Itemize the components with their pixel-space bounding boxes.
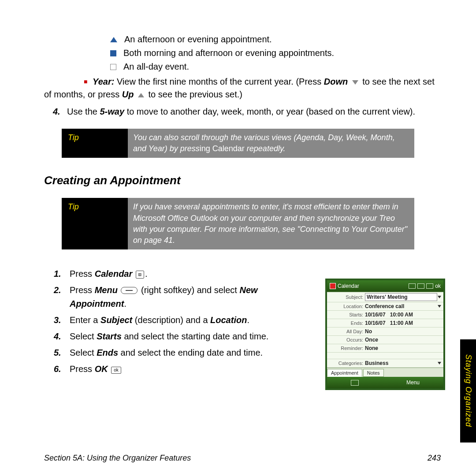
text: to move to another day, week, month, or …	[124, 107, 415, 116]
row-spacer	[327, 353, 443, 359]
value[interactable]: Writers' Meeting	[365, 293, 437, 301]
text: (right softkey) and select	[141, 285, 239, 295]
keyboard-icon[interactable]	[351, 380, 359, 386]
legend-row: Both morning and afternoon or evening ap…	[110, 48, 441, 58]
row-subject: Subject: Writers' Meeting	[327, 292, 443, 302]
step-number: 4.	[53, 105, 67, 118]
text: .	[124, 299, 126, 309]
step-5: 5. Select Ends and select the ending dat…	[44, 346, 291, 360]
square-filled-icon	[110, 50, 116, 56]
emph: Location	[210, 315, 247, 325]
indicator-legend: An afternoon or evening appointment. Bot…	[110, 34, 441, 72]
tip-body: If you have several appointments to ente…	[128, 198, 414, 249]
text: and select the ending date and time.	[118, 348, 263, 357]
section-heading: Creating an Appointment	[44, 174, 441, 187]
year-text: View the first nine months of the curren…	[114, 77, 324, 86]
label: Location:	[329, 304, 363, 309]
text: .	[145, 269, 148, 279]
time: 10:00 AM	[390, 312, 413, 318]
label: All Day:	[329, 329, 363, 334]
emph: Menu	[95, 285, 118, 295]
legend-row: An afternoon or evening appointment.	[110, 34, 441, 45]
app-title: Calendar	[338, 283, 359, 289]
text: Select	[70, 331, 97, 341]
step-4: 4. Use the 5-way to move to another day,…	[44, 105, 441, 118]
chapter-tab: Staying Organized	[460, 339, 476, 443]
row-location: Location: Conference call	[327, 302, 443, 311]
step-number: 6.	[54, 362, 70, 376]
label: Starts:	[329, 312, 363, 317]
tip-body: You can also scroll through the various …	[128, 129, 414, 158]
step-body: Enter a Subject (description) and a Loca…	[70, 313, 249, 327]
value[interactable]: Business	[365, 360, 437, 366]
signal-icon	[417, 283, 424, 289]
step-body: Select Ends and select the ending date a…	[70, 346, 263, 360]
step-number: 4.	[54, 330, 70, 343]
ok-button-icon: ok	[111, 367, 121, 374]
legend-label: Both morning and afternoon or evening ap…	[123, 48, 334, 58]
value[interactable]: None	[365, 345, 442, 351]
triangle-down-icon	[352, 80, 358, 85]
steps-column: 1. Press Calendar ⊞. 2. Press Menu (righ…	[44, 260, 291, 379]
text: Press	[70, 269, 95, 279]
legend-label: An afternoon or evening appointment.	[124, 34, 272, 45]
date: 10/16/07	[365, 320, 386, 326]
text: Enter a	[70, 315, 100, 325]
value[interactable]: Conference call	[365, 303, 437, 309]
square-outline-icon	[110, 64, 116, 70]
text: repeatedly.	[245, 144, 286, 153]
footer-left: Section 5A: Using the Organizer Features	[44, 454, 191, 463]
year-label: Year:	[93, 77, 114, 86]
tip-label: Tip	[62, 129, 128, 158]
step-3: 3. Enter a Subject (description) and a L…	[44, 313, 291, 327]
text: (description) and a	[132, 315, 210, 325]
emph: 5-way	[100, 107, 124, 116]
legend-row: An all-day event.	[110, 62, 441, 72]
dropdown-icon[interactable]	[437, 304, 442, 309]
tab-notes[interactable]: Notes	[363, 369, 384, 377]
triangle-up-icon	[110, 37, 117, 42]
step-body: Use the 5-way to move to another day, we…	[67, 105, 415, 118]
row-starts: Starts: 10/16/07 10:00 AM	[327, 311, 443, 319]
text: ing Calendar	[200, 144, 245, 153]
tab-appointment[interactable]: Appointment	[327, 369, 362, 377]
label: Reminder:	[329, 346, 363, 351]
text: Use the	[67, 107, 100, 116]
value[interactable]: No	[365, 328, 442, 335]
step-2: 2. Press Menu (right softkey) and select…	[44, 283, 291, 311]
text: Select	[70, 348, 97, 357]
step-number: 1.	[54, 267, 70, 281]
menu-softkey[interactable]: Menu	[406, 379, 420, 386]
dropdown-icon[interactable]	[437, 361, 442, 365]
text: Press	[70, 285, 95, 295]
text: and select the starting date and time.	[122, 331, 269, 341]
step-number: 2.	[54, 283, 70, 311]
step-body: Press OK ok	[70, 362, 122, 376]
step-body: Press Menu (right softkey) and select Ne…	[70, 283, 291, 311]
bullet-icon: ■	[84, 78, 87, 85]
step-number: 5.	[54, 346, 70, 360]
emph: Ends	[97, 348, 118, 357]
value[interactable]: Once	[365, 337, 442, 343]
ok-indicator: ok	[435, 283, 441, 289]
up-label: Up	[122, 89, 134, 99]
row-categories: Categories: Business	[327, 359, 443, 368]
step-4b: 4. Select Starts and select the starting…	[44, 330, 291, 343]
menu-button-icon	[121, 287, 138, 294]
ev-icon	[409, 283, 416, 289]
emph: Calendar	[95, 269, 133, 279]
step-body: Press Calendar ⊞.	[70, 267, 148, 281]
tip-label: Tip	[62, 198, 128, 249]
value[interactable]: 10/16/07 10:00 AM	[365, 312, 442, 318]
label: Occurs:	[329, 337, 363, 342]
row-occurs: Occurs: Once	[327, 336, 443, 344]
value[interactable]: 10/16/07 11:00 AM	[365, 320, 442, 326]
page-number: 243	[428, 454, 441, 463]
text: Press	[70, 364, 95, 374]
step-1: 1. Press Calendar ⊞.	[44, 267, 291, 281]
date: 10/16/07	[365, 312, 386, 318]
legend-label: An all-day event.	[123, 62, 189, 72]
ordered-steps: 1. Press Calendar ⊞. 2. Press Menu (righ…	[44, 267, 291, 376]
dropdown-icon[interactable]	[437, 295, 442, 299]
triangle-up-icon	[138, 93, 144, 97]
